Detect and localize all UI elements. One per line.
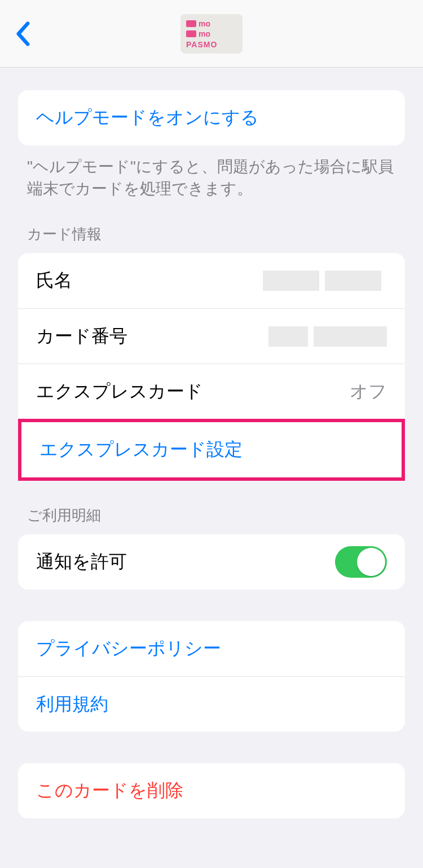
- usage-group: 通知を許可: [18, 534, 405, 590]
- card-number-row: カード番号: [18, 308, 405, 364]
- card-number-label: カード番号: [36, 324, 127, 349]
- help-mode-description: "ヘルプモード"にすると、問題があった場合に駅員端末でカードを処理できます。: [0, 145, 423, 200]
- chevron-left-icon: [15, 21, 30, 46]
- privacy-policy-label: プライバシーポリシー: [36, 636, 221, 661]
- terms-button[interactable]: 利用規約: [18, 676, 405, 732]
- notification-row[interactable]: 通知を許可: [18, 534, 405, 590]
- usage-header: ご利用明細: [0, 481, 423, 530]
- express-settings-label: エクスプレスカード設定: [39, 437, 243, 462]
- name-value-masked: [263, 271, 387, 291]
- card-info-header: カード情報: [0, 200, 423, 249]
- delete-card-button[interactable]: このカードを削除: [18, 763, 405, 818]
- help-mode-label: ヘルプモードをオンにする: [36, 105, 259, 130]
- help-mode-group: ヘルプモードをオンにする: [18, 90, 405, 145]
- notification-label: 通知を許可: [36, 550, 127, 574]
- delete-group: このカードを削除: [18, 763, 405, 818]
- express-card-value: オフ: [350, 379, 387, 404]
- express-card-row: エクスプレスカード オフ: [18, 364, 405, 419]
- delete-card-label: このカードを削除: [36, 778, 183, 803]
- back-button[interactable]: [9, 17, 36, 51]
- card-info-group: 氏名 カード番号 エクスプレスカード オフ: [18, 253, 405, 419]
- card-logo-line1: mo: [199, 20, 210, 28]
- express-settings-button[interactable]: エクスプレスカード設定: [21, 422, 402, 477]
- card-logo-name: PASMO: [186, 41, 237, 48]
- card-logo-line2: mo: [199, 30, 210, 38]
- nav-bar: mo mo PASMO: [0, 0, 423, 68]
- name-label: 氏名: [36, 268, 72, 293]
- express-settings-highlight: エクスプレスカード設定: [18, 419, 405, 481]
- privacy-policy-button[interactable]: プライバシーポリシー: [18, 621, 405, 676]
- links-group: プライバシーポリシー 利用規約: [18, 621, 405, 732]
- express-card-label: エクスプレスカード: [36, 379, 203, 404]
- notification-toggle[interactable]: [335, 546, 387, 578]
- name-row: 氏名: [18, 253, 405, 308]
- card-number-value-masked: [268, 326, 387, 347]
- pasmo-card-thumbnail: mo mo PASMO: [180, 14, 243, 54]
- terms-label: 利用規約: [36, 692, 108, 717]
- help-mode-button[interactable]: ヘルプモードをオンにする: [18, 90, 405, 145]
